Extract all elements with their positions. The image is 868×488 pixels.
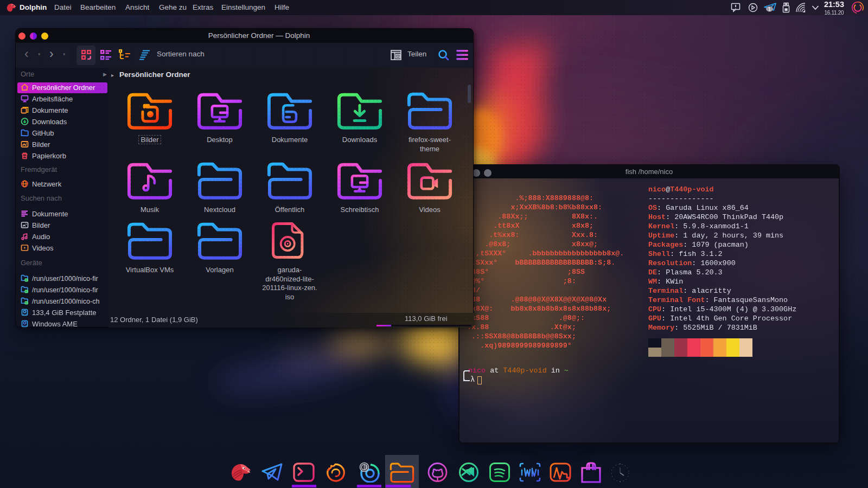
svg-text:1: 1 [768,6,771,12]
